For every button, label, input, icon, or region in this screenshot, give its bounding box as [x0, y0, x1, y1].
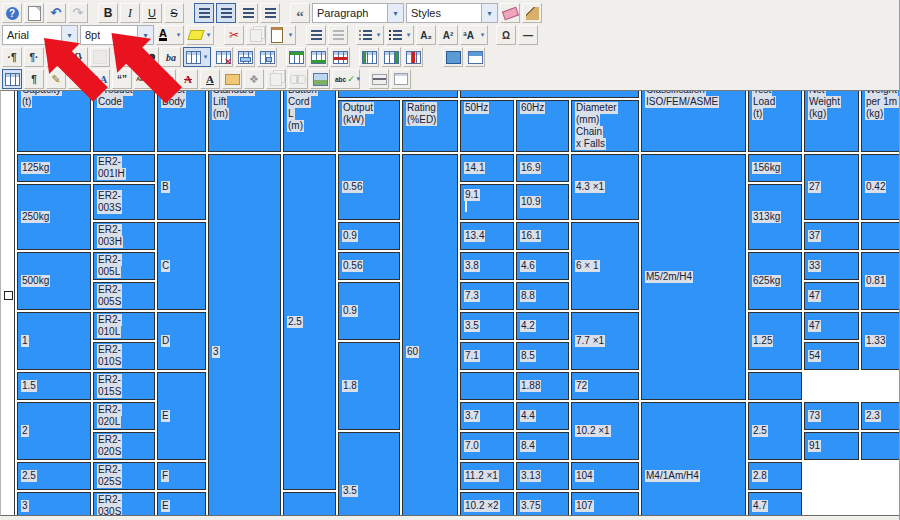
cell-speed-60hz[interactable]: 4.6	[516, 252, 569, 280]
cut-button[interactable]: ✂	[224, 25, 244, 45]
cell-net-weight[interactable]: 91	[804, 432, 859, 460]
blockquote-button[interactable]: “	[290, 3, 310, 23]
remove-format-button[interactable]	[500, 3, 520, 23]
delete-table-button[interactable]	[213, 47, 233, 67]
cell-output[interactable]: 0.56	[338, 252, 400, 280]
cell-classification-header[interactable]: ClassificationISO/FEM/ASME	[641, 90, 746, 152]
cell-net-weight[interactable]: 104	[571, 462, 639, 490]
cell-weight-per-1m-header[interactable]: Weightper 1m Lift(kg)	[861, 90, 900, 152]
cell-diameter[interactable]	[460, 372, 514, 400]
cell-test-load[interactable]: 625kg	[748, 252, 802, 310]
highlight-color-button[interactable]: ▾	[186, 25, 214, 45]
cell-output[interactable]: 0.9	[338, 222, 400, 250]
cell-hoist-body[interactable]: C	[157, 222, 206, 310]
cell-speed-60hz[interactable]: 8.5	[516, 342, 569, 370]
cell-standard-lift-header[interactable]: StandardLift(m)	[208, 90, 281, 152]
cell-diameter[interactable]: 7.7 ×1	[571, 312, 639, 370]
horizontal-rule-button[interactable]: —	[518, 25, 538, 45]
cell-rating-header[interactable]: Rating(%ED)	[402, 100, 458, 152]
cell-weight-per-1m[interactable]: 1.33	[861, 312, 900, 370]
cell-speed-group-header[interactable]	[460, 90, 639, 98]
cell-product-code[interactable]: ER2-003H	[93, 222, 155, 250]
cell-classification[interactable]: M5/2m/H4	[641, 154, 746, 400]
cell-speed-50hz[interactable]: 7.1	[460, 342, 514, 370]
line-spacing-button[interactable]	[306, 25, 326, 45]
cell-net-weight-header[interactable]: NetWeight(kg)	[804, 90, 859, 152]
redo-button[interactable]: ↷	[68, 3, 88, 23]
cell-capacity[interactable]: 2.5	[17, 462, 91, 490]
table-properties-button[interactable]	[465, 47, 485, 67]
pages-button[interactable]	[266, 69, 286, 89]
cell-diameter[interactable]: 4.3 ×1	[571, 154, 639, 220]
cell-capacity[interactable]: 125kg	[17, 154, 91, 182]
cleanup-button[interactable]	[522, 3, 542, 23]
align-justify-button[interactable]	[260, 3, 280, 23]
cell-output[interactable]: 0.56	[338, 154, 400, 220]
cell-speed-60hz[interactable]: 8.8	[516, 282, 569, 310]
cell-button-cord-header[interactable]: ButtonCordL(m)	[283, 90, 336, 152]
align-center-button[interactable]	[216, 3, 236, 23]
superscript-button[interactable]: A²	[438, 25, 458, 45]
cell-product-code[interactable]: ER2-015S	[93, 372, 155, 400]
cell-speed-50hz[interactable]: 13.4	[460, 222, 514, 250]
block-format-select[interactable]: Paragraph▾	[312, 3, 404, 23]
insert-link-button[interactable]	[288, 69, 308, 89]
cell-test-load[interactable]: 1.25	[748, 312, 802, 370]
cell-weight-per-1m[interactable]	[748, 372, 802, 400]
change-case-button[interactable]: ªA▾	[460, 25, 488, 45]
cell-capacity[interactable]: 2	[17, 402, 91, 460]
cell-diameter[interactable]: 10.2 ×2	[460, 492, 514, 516]
cell-speed-50hz[interactable]: 7.3	[460, 282, 514, 310]
delete-row-button[interactable]	[330, 47, 350, 67]
cell-test-load[interactable]: 3.75	[516, 492, 569, 516]
cell-weight-per-1m[interactable]: 2.8	[748, 462, 802, 490]
cell-net-weight[interactable]: 107	[571, 492, 639, 516]
cell-speed-60hz[interactable]: 16.1	[516, 222, 569, 250]
cell-60hz-header[interactable]: 60Hz	[516, 100, 569, 152]
insert-image-button[interactable]	[310, 69, 330, 89]
cell-hoist-body[interactable]: D	[157, 312, 206, 370]
italic-button[interactable]: I	[120, 3, 140, 23]
absolute-position-button[interactable]: ❖	[244, 69, 264, 89]
row-properties-button[interactable]	[235, 47, 255, 67]
cell-classification[interactable]: M4/1Am/H4	[641, 402, 746, 516]
attributes-button[interactable]	[222, 69, 242, 89]
insert-column-left-button[interactable]	[359, 47, 379, 67]
cell-hoist-body[interactable]: E	[157, 492, 206, 516]
cell-product-code[interactable]: ER2-005S	[93, 282, 155, 310]
ltr-paragraph-button[interactable]: ·¶	[2, 47, 22, 67]
cell-test-load[interactable]: 2.5	[748, 402, 802, 460]
show-gridlines-button[interactable]	[443, 47, 463, 67]
cell-product-code[interactable]: ER2-003S	[93, 184, 155, 220]
editor-content-area[interactable]: Capacity(t)ProductCodeHoistBodyStandardL…	[0, 90, 900, 516]
styles-select[interactable]: Styles▾	[406, 3, 498, 23]
cell-net-weight[interactable]: 73	[804, 402, 859, 430]
cell-test-load[interactable]: 156kg	[748, 154, 802, 182]
underline-button[interactable]: U	[142, 3, 162, 23]
cell-speed-50hz[interactable]: 3.5	[460, 312, 514, 340]
cell-speed-60hz[interactable]: 10.9	[516, 184, 569, 220]
cell-diameter-header[interactable]: Diameter(mm)Chainx Falls	[571, 100, 639, 152]
cell-product-code[interactable]: ER2-010S	[93, 342, 155, 370]
cell-speed-50hz[interactable]: 14.1	[460, 154, 514, 182]
cell-output[interactable]: 0.9	[338, 282, 400, 340]
help-button[interactable]: ?	[2, 3, 22, 23]
cell-weight-per-1m[interactable]: 0.42	[861, 154, 900, 220]
insert-column-right-button[interactable]	[381, 47, 401, 67]
cell-50hz-header[interactable]: 50Hz	[460, 100, 514, 152]
hoist-spec-table[interactable]: Capacity(t)ProductCodeHoistBodyStandardL…	[14, 90, 900, 516]
cell-weight-per-1m[interactable]: 0.81	[861, 252, 900, 310]
cell-motor-group-header[interactable]	[338, 90, 458, 98]
cell-button-cord[interactable]: 2.5	[283, 154, 336, 490]
cell-capacity[interactable]: 3	[17, 492, 91, 516]
cell-output-header[interactable]: Output(kW)	[338, 100, 400, 152]
cell-hoist-body[interactable]: B	[157, 154, 206, 220]
cell-product-code[interactable]: ER2-020L	[93, 402, 155, 430]
cell-net-weight[interactable]: 47	[804, 282, 859, 310]
bullet-list-button[interactable]: ▾	[386, 25, 414, 45]
cell-capacity[interactable]: 1.5	[17, 372, 91, 400]
copy-button[interactable]	[246, 25, 266, 45]
delete-column-button[interactable]	[403, 47, 423, 67]
insert-row-above-button[interactable]	[286, 47, 306, 67]
cell-product-code[interactable]: ER2-005L	[93, 252, 155, 280]
